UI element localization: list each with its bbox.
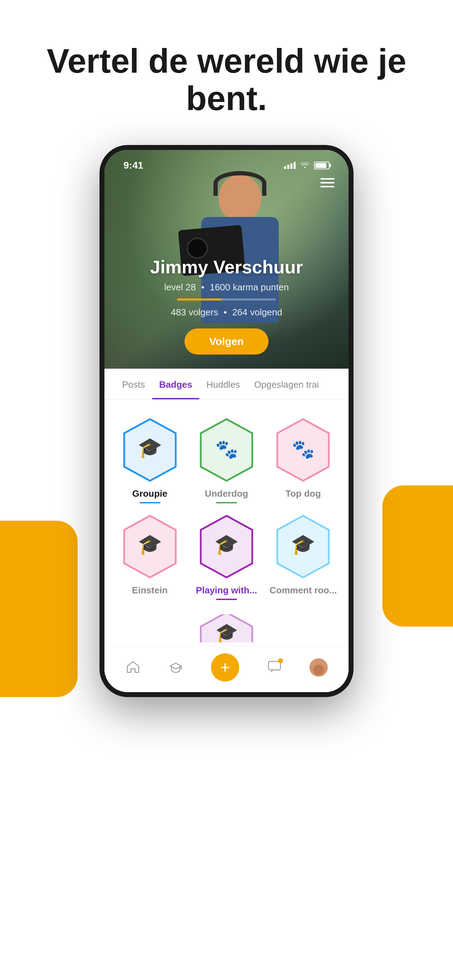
badge-underdog[interactable]: 🐾 Underdog	[188, 410, 265, 507]
nav-chat[interactable]	[267, 659, 282, 676]
partial-badge: 🎓	[198, 614, 255, 643]
svg-text:🎓: 🎓	[138, 436, 162, 459]
badge-label-einstein: Einstein	[132, 585, 168, 596]
badges-partial-row: 🎓	[105, 614, 348, 646]
home-icon	[125, 660, 141, 675]
hero-section: Vertel de wereld wie je bent.	[0, 0, 453, 145]
graduation-icon	[168, 660, 183, 675]
profile-info: Jimmy Verschuur level 28 • 1600 karma pu…	[105, 256, 348, 355]
phone-mockup: 9:41	[0, 145, 453, 697]
avatar	[309, 658, 328, 677]
badge-label-groupie: Groupie	[132, 488, 168, 499]
svg-text:🎓: 🎓	[291, 533, 315, 556]
tab-posts[interactable]: Posts	[115, 369, 152, 399]
menu-button[interactable]	[320, 178, 334, 187]
hero-title: Vertel de wereld wie je bent.	[0, 0, 453, 145]
phone-screen: 9:41	[105, 150, 348, 692]
tabs-bar: Posts Badges Huddles Opgeslagen trai	[105, 369, 348, 400]
nav-home[interactable]	[125, 660, 141, 675]
tab-badges[interactable]: Badges	[152, 369, 199, 399]
notification-dot	[278, 658, 283, 663]
nav-learn[interactable]	[168, 660, 183, 675]
battery-icon	[314, 162, 329, 169]
progress-bar	[177, 298, 276, 301]
profile-level: level 28 • 1600 karma punten	[105, 282, 348, 293]
status-time: 9:41	[124, 160, 143, 171]
profile-followers: 483 volgers • 264 volgend	[105, 307, 348, 318]
yellow-accent-left	[0, 521, 78, 697]
tab-opgeslagen[interactable]: Opgeslagen trai	[247, 369, 326, 399]
badge-label-comment: Comment roo...	[270, 585, 337, 596]
signal-icon	[284, 162, 296, 169]
status-icons	[284, 161, 329, 170]
battery-fill	[315, 163, 326, 168]
phone-frame: 9:41	[100, 145, 353, 697]
bottom-nav: +	[105, 646, 348, 692]
profile-name: Jimmy Verschuur	[105, 256, 348, 278]
status-bar: 9:41	[110, 155, 343, 176]
yellow-accent-right	[382, 485, 453, 627]
svg-text:🐾: 🐾	[292, 438, 315, 460]
follow-button[interactable]: Volgen	[184, 328, 269, 355]
nav-profile[interactable]	[309, 658, 328, 677]
svg-text:🐾: 🐾	[215, 438, 238, 460]
badge-label-topdog: Top dog	[285, 488, 321, 499]
badge-topdog[interactable]: 🐾 Top dog	[265, 410, 342, 507]
badges-grid: 🎓 Groupie 🐾	[105, 400, 348, 614]
badge-label-playing: Playing with...	[196, 585, 257, 596]
badge-groupie[interactable]: 🎓 Groupie	[111, 410, 188, 507]
add-button[interactable]: +	[211, 653, 239, 682]
tab-huddles[interactable]: Huddles	[199, 369, 247, 399]
progress-bar-fill	[177, 298, 222, 301]
badge-playing[interactable]: 🎓 Playing with...	[188, 507, 265, 604]
badge-comment[interactable]: 🎓 Comment roo...	[265, 507, 342, 604]
svg-text:🎓: 🎓	[138, 533, 162, 556]
badge-label-underdog: Underdog	[205, 488, 248, 499]
profile-hero: 9:41	[105, 150, 348, 369]
wifi-icon	[300, 161, 310, 170]
badge-einstein[interactable]: 🎓 Einstein	[111, 507, 188, 604]
svg-text:🎓: 🎓	[215, 622, 238, 643]
svg-rect-15	[269, 662, 280, 670]
svg-text:🎓: 🎓	[214, 533, 239, 556]
